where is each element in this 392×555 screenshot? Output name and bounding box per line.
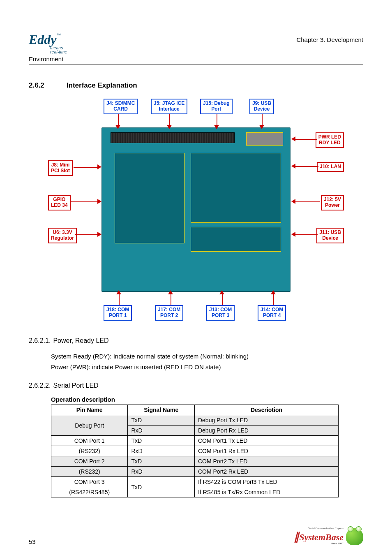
section-number: 2.6.2 [29, 81, 44, 90]
td-desc: If RS485 is Tx/Rx Common LED [194, 487, 338, 497]
footer-brand: ∥SystemBase Serial Communication Experts… [294, 528, 363, 545]
label-j11: J11: USB Device [316, 228, 344, 243]
body-line: Power (PWR): indicate Power is inserted … [51, 362, 363, 372]
header: Eddy™ means real-time Environment Chapte… [29, 33, 363, 65]
td-pin: (RS232) [51, 467, 128, 477]
chapter-label: Chapter 3. Development [296, 36, 363, 43]
section-title: Interface Explanation [67, 81, 137, 90]
td-desc: COM Port2 Rx LED [194, 467, 338, 477]
td-sig: TxD [128, 477, 195, 497]
td-desc: COM Port1 Rx LED [194, 446, 338, 456]
label-pwrled: PWR LED RDY LED [316, 132, 344, 148]
subsection-1-number: 2.6.2.1. [29, 337, 51, 345]
frog-icon [346, 528, 363, 545]
td-sig: RxD [128, 446, 195, 456]
label-j8: J8: Mini PCI Slot [48, 160, 73, 176]
th-sig: Signal Name [128, 405, 195, 415]
td-sig: RxD [128, 467, 195, 477]
td-sig: TxD [128, 436, 195, 446]
pcb-board [101, 127, 291, 292]
logo-text: Eddy [29, 32, 57, 47]
subsection-1: 2.6.2.1. Power, Ready LED [29, 337, 363, 345]
logo-tm: ™ [57, 32, 61, 37]
label-j5: J5: JTAG ICE Interface [151, 99, 187, 114]
td-desc: If RS422 is COM Port3 Tx LED [194, 477, 338, 487]
td-pin: COM Port 2 [51, 456, 128, 467]
td-desc: COM Port2 Tx LED [194, 456, 338, 467]
td-desc: Debug Port Tx LED [194, 415, 338, 426]
body-line: System Ready (RDY): Indicate normal stat… [51, 351, 363, 362]
label-j9: J9: USB Device [249, 99, 274, 114]
subsection-2: 2.6.2.2. Serial Port LED [29, 382, 363, 389]
td-pin: COM Port 3 [51, 477, 128, 487]
label-j15: J15: Debug Port [200, 99, 233, 114]
operation-description-label: Operation description [51, 396, 363, 403]
th-pin: Pin Name [51, 405, 128, 415]
th-desc: Descriotion [194, 405, 338, 415]
td-pin: COM Port 1 [51, 436, 128, 446]
td-sig: RxD [128, 426, 195, 436]
subsection-1-body: System Ready (RDY): Indicate normal stat… [51, 351, 363, 372]
subsection-2-title: Serial Port LED [53, 382, 98, 389]
page-footer: 53 ∥SystemBase Serial Communication Expe… [29, 528, 363, 545]
led-table: Pin Name Signal Name Descriotion Debug P… [51, 405, 339, 497]
label-j12: J12: 5V Power [321, 195, 344, 210]
brand-tag-top: Serial Communication Experts [308, 527, 344, 530]
section-heading: 2.6.2 Interface Explanation [29, 81, 363, 90]
label-u6: U6: 3.3V Regulator [48, 228, 77, 243]
logo-subtitle: means real-time [50, 46, 67, 54]
board-diagram: J4: SD/MMC CARD J5: JTAG ICE Interface J… [48, 99, 344, 321]
brand-text: SystemBase [299, 532, 344, 542]
brand-tag-bot: Since 1987 [331, 542, 344, 546]
td-sig: TxD [128, 415, 195, 426]
label-j14: J14: COM PORT 4 [258, 305, 286, 321]
label-j4: J4: SD/MMC CARD [104, 99, 138, 114]
td-pin: Debug Port [51, 415, 128, 436]
label-j10: J10: LAN [317, 162, 344, 172]
page-number: 53 [29, 538, 36, 545]
subsection-1-title: Power, Ready LED [53, 337, 108, 345]
environment-label: Environment [29, 56, 67, 62]
td-desc: Debug Port Rx LED [194, 426, 338, 436]
subsection-2-number: 2.6.2.2. [29, 382, 51, 389]
td-sig: TxD [128, 456, 195, 467]
label-j18: J18: COM PORT 1 [104, 305, 132, 321]
td-pin: (RS422/RS485) [51, 487, 128, 497]
td-pin: (RS232) [51, 446, 128, 456]
td-desc: COM Port1 Tx LED [194, 436, 338, 446]
label-j13: J13: COM PORT 3 [206, 305, 235, 321]
label-gpio: GPIO LED 34 [48, 195, 71, 210]
logo: Eddy™ means real-time Environment [29, 33, 67, 62]
label-j17: J17: COM PORT 2 [155, 305, 183, 321]
